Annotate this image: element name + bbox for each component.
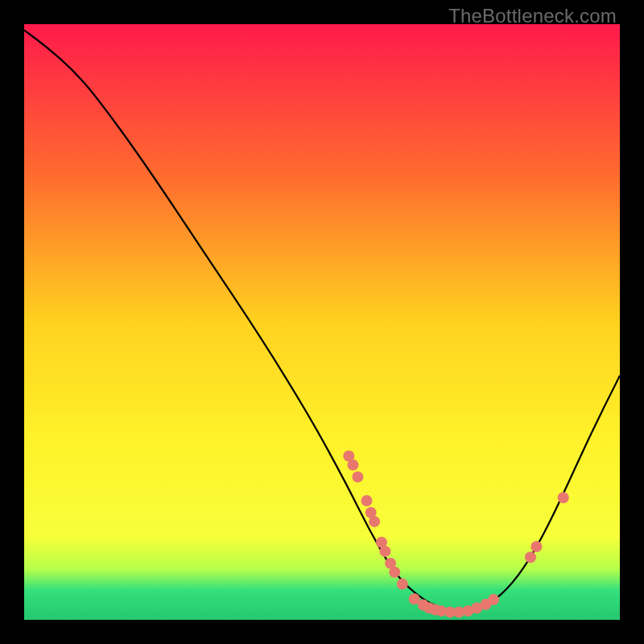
curve-marker: [347, 460, 358, 471]
chart-frame: [24, 24, 620, 620]
curve-marker: [525, 551, 536, 563]
curve-marker: [379, 546, 390, 557]
watermark-text: TheBottleneck.com: [448, 5, 617, 27]
curve-marker: [558, 492, 569, 503]
curve-marker: [488, 594, 499, 605]
curve-marker: [389, 567, 400, 578]
curve-marker: [369, 516, 380, 527]
curve-marker: [397, 579, 408, 590]
bottleneck-curve-chart: [24, 24, 620, 620]
curve-marker: [530, 541, 542, 552]
gradient-background: [24, 24, 620, 620]
curve-marker: [361, 495, 373, 506]
curve-marker: [352, 471, 363, 482]
